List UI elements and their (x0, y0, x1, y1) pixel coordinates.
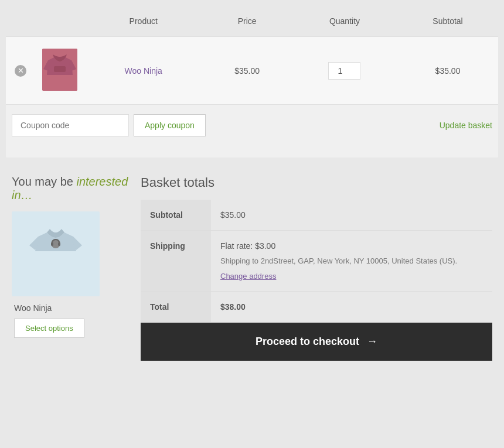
coupon-row: Apply coupon Update basket (6, 105, 498, 146)
bottom-section: You may be interested in… (6, 175, 498, 361)
svg-rect-5 (58, 242, 60, 246)
total-value: $38.00 (211, 291, 492, 322)
interested-section: You may be interested in… (12, 175, 129, 361)
checkout-arrow: → (367, 336, 377, 347)
interested-title: You may be interested in… (12, 175, 129, 202)
basket-totals-title: Basket totals (141, 175, 492, 190)
product-name-cell: Woo Ninja (84, 37, 202, 105)
product-image-cell (35, 37, 84, 105)
totals-table: Subtotal $35.00 Shipping Flat rate: $3.0… (141, 200, 492, 323)
update-basket-button[interactable]: Update basket (440, 121, 492, 130)
shipping-address: Shipping to 2ndStreet, GAP, New York, NY… (220, 255, 483, 267)
total-row: Total $38.00 (141, 291, 492, 322)
suggested-product-thumbnail (12, 211, 100, 296)
shipping-label: Shipping (141, 231, 211, 292)
subtotal-value: $35.00 (211, 200, 492, 231)
shipping-value: Flat rate: $3.00 (220, 241, 275, 251)
coupon-input[interactable] (12, 114, 129, 136)
col-subtotal: Subtotal (397, 6, 498, 37)
col-image (35, 6, 84, 37)
hoodie-icon (42, 49, 77, 91)
total-label: Total (141, 291, 211, 322)
col-remove (6, 6, 35, 37)
suggested-product-card: Woo Ninja Select options (12, 211, 129, 338)
svg-rect-1 (54, 66, 66, 72)
cart-container: Product Price Quantity Subtotal ✕ (6, 6, 498, 158)
suggested-product-name: Woo Ninja (14, 303, 52, 313)
product-price-cell: $35.00 (202, 37, 291, 105)
col-product: Product (84, 6, 202, 37)
table-row: ✕ (6, 37, 498, 105)
quantity-input[interactable] (328, 62, 360, 80)
product-subtotal-cell: $35.00 (397, 37, 498, 105)
remove-item-button[interactable]: ✕ (15, 65, 26, 77)
checkout-button[interactable]: Proceed to checkout → (141, 323, 492, 361)
subtotal-label: Subtotal (141, 200, 211, 231)
product-quantity-cell (292, 37, 397, 105)
change-address-link[interactable]: Change address (220, 272, 483, 281)
remove-cell: ✕ (6, 37, 35, 105)
product-thumbnail (42, 49, 77, 91)
subtotal-row: Subtotal $35.00 (141, 200, 492, 231)
svg-rect-2 (26, 222, 85, 286)
checkout-label: Proceed to checkout (256, 336, 359, 347)
svg-rect-4 (51, 242, 53, 246)
tshirt-icon (26, 222, 85, 286)
select-options-button[interactable]: Select options (14, 319, 84, 338)
shipping-row: Shipping Flat rate: $3.00 Shipping to 2n… (141, 231, 492, 292)
col-price: Price (202, 6, 291, 37)
shipping-cell: Flat rate: $3.00 Shipping to 2ndStreet, … (211, 231, 492, 292)
basket-totals-section: Basket totals Subtotal $35.00 Shipping F… (141, 175, 492, 361)
apply-coupon-button[interactable]: Apply coupon (134, 114, 206, 136)
interested-title-start: You may be (12, 175, 76, 188)
product-name-link[interactable]: Woo Ninja (125, 66, 162, 76)
col-quantity: Quantity (292, 6, 397, 37)
cart-table: Product Price Quantity Subtotal ✕ (6, 6, 498, 105)
